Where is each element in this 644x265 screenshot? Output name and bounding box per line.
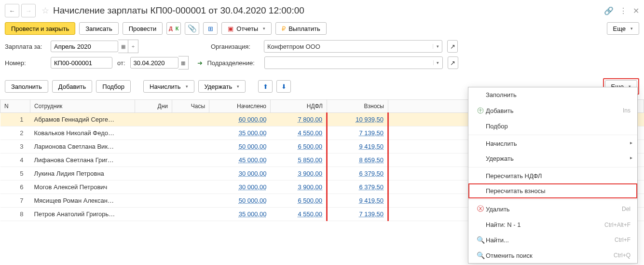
move-down-button[interactable]: ⬇ (276, 80, 291, 93)
cell-employee: Ларионова Светлана Вик… (30, 140, 135, 153)
cell-employee: Мясищев Роман Алексан… (30, 194, 135, 208)
cell-employee: Абрамов Геннадий Серге… (30, 113, 135, 126)
nav-back-button[interactable]: ← (5, 4, 19, 17)
menu-fill[interactable]: Заполнить (468, 87, 637, 102)
date-label: от: (117, 59, 125, 67)
cell-employee: Петров Анатолий Григорь… (30, 208, 135, 221)
delete-icon: ⓧ (475, 205, 486, 213)
col-contrib[interactable]: Взносы (327, 100, 388, 113)
menu-recalc-contrib[interactable]: Пересчитать взносы (468, 183, 637, 198)
save-button[interactable]: Записать (79, 22, 119, 35)
cell-employee: Лукина Лидия Петровна (30, 167, 135, 181)
dept-select[interactable]: ▾ (264, 56, 443, 69)
context-menu: Заполнить ㊉ДобавитьIns Подбор Начислить … (468, 87, 638, 221)
calendar-icon[interactable]: ▦ (118, 40, 128, 53)
menu-withhold[interactable]: Удержать (468, 151, 637, 166)
col-n[interactable]: N (0, 100, 30, 113)
dept-label: Подразделение: (207, 59, 260, 67)
attachment-icon-button[interactable]: 📎 (185, 22, 199, 35)
link-icon[interactable]: 🔗 (604, 6, 614, 15)
favorite-star-icon[interactable]: ☆ (41, 5, 49, 16)
post-and-close-button[interactable]: Провести и закрыть (5, 22, 75, 35)
menu-accrue[interactable]: Начислить (468, 136, 637, 151)
dept-open-button[interactable]: ↗ (448, 56, 458, 69)
col-accrued[interactable]: Начислено (209, 100, 271, 113)
menu-pick[interactable]: Подбор (468, 119, 637, 134)
plus-icon: ㊉ (475, 106, 486, 115)
org-label: Организация: (211, 43, 259, 50)
col-ndfl[interactable]: НДФЛ (271, 100, 327, 113)
debit-credit-icon-button[interactable]: ДК (166, 22, 181, 35)
chevron-down-icon[interactable]: ▾ (433, 60, 442, 65)
number-label: Номер: (5, 59, 46, 67)
menu-recalc-ndfl[interactable]: Пересчитать НДФЛ (468, 168, 637, 183)
calendar-icon[interactable]: ▦ (178, 56, 189, 70)
col-hours[interactable]: Часы (172, 100, 209, 113)
nav-forward-button[interactable]: → (21, 4, 36, 17)
cell-employee: Могов Алексей Петрович (30, 181, 135, 194)
salary-for-label: Зарплата за: (5, 43, 46, 50)
col-days[interactable]: Дни (135, 100, 172, 113)
org-open-button[interactable]: ↗ (447, 40, 458, 53)
accrue-dropdown[interactable]: Начислить (143, 80, 194, 93)
add-button[interactable]: Добавить (52, 80, 92, 93)
kebab-menu-icon[interactable]: ⋮ (619, 6, 627, 15)
salary-for-input[interactable] (51, 41, 118, 52)
org-select[interactable]: Конфетпром ООО ▾ (264, 40, 442, 53)
dept-icon: ➜ (197, 59, 203, 67)
pay-button[interactable]: ₽Выплатить (275, 22, 327, 35)
chevron-down-icon[interactable]: ▾ (433, 44, 442, 49)
move-up-button[interactable]: ⬆ (258, 80, 273, 93)
pick-button[interactable]: Подбор (96, 80, 131, 93)
cell-employee: Лифанова Светлана Гриr… (30, 153, 135, 167)
number-input[interactable] (51, 57, 112, 69)
date-input[interactable] (130, 57, 178, 69)
cell-employee: Ковальков Николай Федо… (30, 126, 135, 140)
page-title: Начисление зарплаты КП00-000001 от 30.04… (53, 5, 304, 16)
post-button[interactable]: Провести (123, 22, 163, 35)
menu-delete[interactable]: ⓧУдалитьDel (468, 201, 637, 217)
withhold-dropdown[interactable]: Удержать (198, 80, 246, 93)
more-dropdown[interactable]: Еще (607, 22, 639, 35)
structure-icon-button[interactable]: ⊞ (203, 22, 218, 35)
menu-find-current[interactable]: Найти: N - 1Ctrl+Alt+F (468, 217, 637, 221)
fill-button[interactable]: Заполнить (5, 80, 48, 93)
stepper-icon[interactable]: ÷ (128, 40, 138, 53)
reports-dropdown[interactable]: ▣Отчеты (221, 22, 272, 35)
close-icon[interactable]: ✕ (633, 6, 639, 15)
menu-add[interactable]: ㊉ДобавитьIns (468, 102, 637, 119)
col-emp[interactable]: Сотрудник (30, 100, 135, 113)
